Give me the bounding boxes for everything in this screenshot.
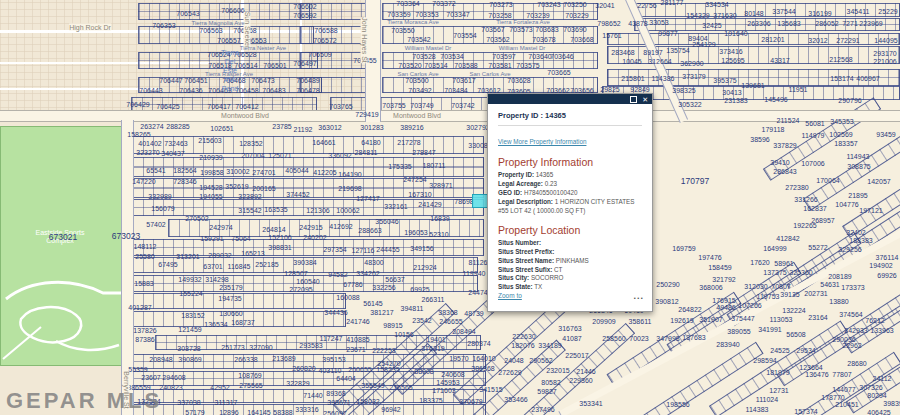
parcel-label: 242933 bbox=[844, 327, 867, 334]
parcel-label: 197121 bbox=[859, 207, 882, 214]
parcel-label: 389055 bbox=[727, 328, 750, 335]
parcel-label: 56081 bbox=[805, 120, 824, 127]
watermark: GEPAR MLS bbox=[6, 388, 162, 414]
parcel-label: 290796 bbox=[838, 97, 861, 104]
parcel-label: 219698 bbox=[338, 185, 361, 192]
parcel-label: 52310 bbox=[429, 231, 448, 238]
parcel-label: 67786 bbox=[343, 281, 362, 288]
parcel-label: 237496 bbox=[531, 406, 554, 413]
parcel-label: 232015 bbox=[546, 367, 569, 374]
popup-field: GEO ID: H78405500100420 bbox=[498, 189, 642, 198]
parcel-label: 114383 bbox=[746, 406, 769, 413]
map-canvas[interactable]: 7065437066067063537065637065687065577065… bbox=[0, 0, 900, 415]
street-label: William Mastel Dr bbox=[405, 45, 452, 51]
parcel-label: 32012 bbox=[808, 37, 827, 44]
popup-field: Situs Street Sufix: CT bbox=[498, 266, 642, 275]
parcel-label: 156079 bbox=[151, 205, 174, 212]
parcel-label: 337038 bbox=[177, 399, 200, 406]
parcel-label: 94582 bbox=[328, 271, 347, 278]
parcel-label: 316199 bbox=[808, 10, 831, 17]
parcel-label: 703372 bbox=[432, 0, 455, 7]
parcel-label: 274701 bbox=[252, 169, 275, 176]
zoom-to-link[interactable]: Zoom to bbox=[498, 292, 522, 299]
maximize-icon[interactable] bbox=[630, 96, 637, 103]
parcel-label: 215801 bbox=[621, 75, 644, 82]
parcel-label: 706501 bbox=[263, 62, 286, 69]
parcel-label: 398671 bbox=[327, 399, 350, 406]
parcel-label: 217278 bbox=[397, 139, 420, 146]
popup-title: Property ID : 14365 bbox=[498, 111, 642, 120]
street-label: Sun Seeker bbox=[244, 12, 251, 49]
parcel-label: 322829 bbox=[286, 380, 309, 387]
parcel-label: 116845 bbox=[228, 263, 251, 270]
parcel-label: 353341 bbox=[579, 400, 602, 407]
parcel-label: 202731 bbox=[804, 290, 827, 297]
parcel-label: 23607 bbox=[141, 374, 160, 381]
parcel-label: 703347 bbox=[446, 11, 469, 18]
close-icon[interactable]: ✕ bbox=[642, 96, 648, 103]
parcel-label: 328971 bbox=[429, 182, 452, 189]
parcel-label: 283468 bbox=[611, 49, 634, 56]
parcel-label: 123664 bbox=[799, 364, 822, 371]
street-minor-2 bbox=[0, 88, 160, 90]
parcel-label: 208189 bbox=[828, 273, 851, 280]
street-label: John Hayes St bbox=[361, 17, 368, 63]
popup-body: Property ID : 14365 View More Property I… bbox=[488, 104, 652, 304]
parcel-label: 32041 bbox=[595, 2, 614, 9]
street-label: Tierra Nester Ave bbox=[240, 45, 286, 51]
parcel-label: 89197 bbox=[643, 49, 662, 56]
parcel-label: 310002 bbox=[226, 168, 249, 175]
parcel-label: 80582 bbox=[541, 379, 560, 386]
parcel-label: 263306 bbox=[747, 20, 770, 27]
parcel-label: 157374 bbox=[794, 408, 817, 415]
parcel-label: 119753 bbox=[757, 293, 780, 300]
parcel-label: 703665 bbox=[547, 69, 570, 76]
parcel-label: 281201 bbox=[761, 36, 784, 43]
parcel-label: 406425 bbox=[867, 409, 890, 415]
parcel-label: 728346 bbox=[173, 178, 196, 185]
parcel-label: 178770 bbox=[821, 394, 844, 401]
parcel-label: 706443 bbox=[139, 87, 162, 94]
parcel-label: 19570 bbox=[449, 355, 468, 362]
parcel-label: 371630 bbox=[713, 12, 736, 19]
parcel-label: 24048 bbox=[504, 357, 523, 364]
parcel-label: 355549 bbox=[361, 382, 384, 389]
parcel-label: 56637 bbox=[385, 276, 404, 283]
popup-field: Legal Acreage: 0.23 bbox=[498, 180, 642, 189]
parcel-label: 298594 bbox=[753, 357, 776, 364]
parcel-label: 294608 bbox=[162, 374, 185, 381]
park-area bbox=[0, 126, 123, 366]
parcel-label: 275565 bbox=[239, 382, 262, 389]
parcel-label: 329256 bbox=[838, 246, 861, 253]
more-options-button[interactable]: ... bbox=[633, 293, 644, 299]
parcel-label: 144095 bbox=[874, 37, 897, 44]
parcel-label: 401402 bbox=[138, 140, 161, 147]
view-more-link[interactable]: View More Property Information bbox=[498, 138, 586, 145]
parcel-label: 358611 bbox=[629, 318, 652, 325]
parcel-label: 703628 bbox=[507, 77, 530, 84]
parcel-label: 331266 bbox=[794, 196, 817, 203]
popup-section-heading: Property Information bbox=[498, 156, 642, 168]
parcel-label: 133963 bbox=[870, 327, 893, 334]
parcel-label: 128352 bbox=[239, 140, 262, 147]
parcel-label: 244455 bbox=[376, 246, 399, 253]
parcel-label: 175335 bbox=[388, 163, 411, 170]
parcel-label: 173373 bbox=[841, 284, 864, 291]
parcel-label: 703492 bbox=[408, 87, 431, 94]
parcel-label: 706602 bbox=[293, 3, 316, 10]
parcel-label: 272629 bbox=[498, 369, 521, 376]
parcel-label: 32402 bbox=[846, 229, 865, 236]
parcel-label: 100062 bbox=[336, 207, 359, 214]
parcel-label: 180711 bbox=[423, 162, 446, 169]
parcel-label: 703597 bbox=[492, 53, 515, 60]
parcel-label: 272291 bbox=[836, 37, 859, 44]
parcel-label: 56145 bbox=[363, 300, 382, 307]
parcel-label: 153174 bbox=[830, 75, 853, 82]
parcel-label: 15761 bbox=[602, 32, 621, 39]
parcel-label: 78698 bbox=[454, 198, 473, 205]
parcel-label: 196053 bbox=[404, 229, 427, 236]
parcel-label: 38596 bbox=[750, 136, 769, 143]
field-label: Situs City: bbox=[498, 274, 529, 281]
parcel-label: 337829 bbox=[773, 142, 796, 149]
parcel-label: 706483 bbox=[262, 87, 285, 94]
